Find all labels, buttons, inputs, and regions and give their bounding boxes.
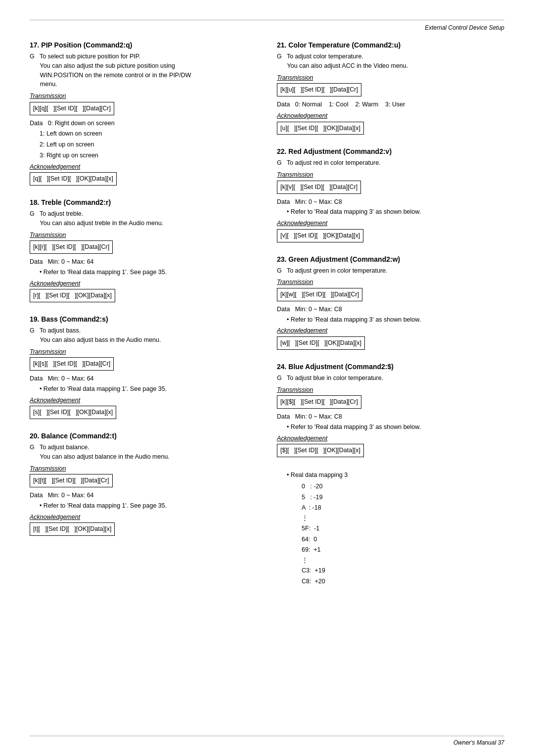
right-column: 21. Color Temperature (Command2:u) G To … — [277, 41, 504, 587]
top-rule — [30, 20, 504, 20]
section-20-transmission-label: Transmission — [30, 464, 257, 473]
section-17-ack-label: Acknowledgement — [30, 162, 257, 172]
real-data-map-3: • Real data mapping 3 0 : -20 5 : -19 A … — [287, 470, 504, 587]
section-24-ack-label: Acknowledgement — [277, 434, 504, 443]
section-20-data0: Data Min: 0 ~ Max: 64 — [30, 491, 257, 500]
map-entry-ellipsis2: ⋮ — [302, 555, 504, 566]
section-17-transmission-box: [k][q][ ][Set ID][ ][Data][Cr] — [30, 102, 114, 115]
section-18-transmission-label: Transmission — [30, 231, 257, 240]
section-19-data1: • Refer to 'Real data mapping 1'. See pa… — [40, 384, 257, 394]
map-entry-a: A : -18 — [302, 503, 504, 513]
section-23-data1: • Refer to 'Real data mapping 3' as show… — [287, 315, 504, 325]
section-21-ack-box: [u][ ][Set ID][ ][OK][Data][x] — [277, 122, 364, 135]
section-18: 18. Treble (Command2:r) G To adjust treb… — [30, 198, 257, 304]
section-24-transmission-box: [k][$][ ][Set ID][ ][Data][Cr] — [277, 395, 361, 409]
section-17-data2: 2: Left up on screen — [40, 140, 257, 149]
section-23-ack-label: Acknowledgement — [277, 326, 504, 335]
section-21-title: 21. Color Temperature (Command2:u) — [277, 41, 504, 49]
section-20-body: G To adjust balance. You can also adjust… — [30, 443, 257, 538]
section-24-title: 24. Blue Adjustment (Command2:$) — [277, 363, 504, 371]
map-entry-5: 5 : -19 — [302, 492, 504, 503]
section-20-ack-box: [t][ ][Set ID][ ][OK][Data][x] — [30, 522, 115, 536]
content-columns: 17. PIP Position (Command2:q) G To selec… — [30, 41, 504, 587]
section-22-ack-label: Acknowledgement — [277, 219, 504, 228]
section-20-desc: G To adjust balance. You can also adjust… — [30, 443, 257, 462]
section-22: 22. Red Adjustment (Command2:v) G To adj… — [277, 147, 504, 244]
section-23-body: G To adjust green in color temperature. … — [277, 266, 504, 352]
section-19: 19. Bass (Command2:s) G To adjust bass. … — [30, 315, 257, 421]
map-entry-0: 0 : -20 — [302, 481, 504, 492]
section-22-title: 22. Red Adjustment (Command2:v) — [277, 147, 504, 155]
section-19-title: 19. Bass (Command2:s) — [30, 315, 257, 323]
section-19-ack-label: Acknowledgement — [30, 396, 257, 405]
map-entry-64: 64: 0 — [302, 534, 504, 545]
bottom-rule — [30, 736, 504, 736]
section-23-transmission-label: Transmission — [277, 278, 504, 287]
map-entry-c3: C3: +19 — [302, 566, 504, 576]
section-17-desc: G To select sub picture position for PIP… — [30, 52, 257, 89]
header-title: External Control Device Setup — [30, 24, 504, 31]
section-22-transmission-box: [k][v][ ][Set ID][ ][Data][Cr] — [277, 181, 361, 194]
section-22-body: G To adjust red in color temperature. Tr… — [277, 158, 504, 244]
section-18-title: 18. Treble (Command2:r) — [30, 198, 257, 206]
section-18-data1: • Refer to 'Real data mapping 1'. See pa… — [40, 268, 257, 277]
section-17-transmission-label: Transmission — [30, 92, 257, 101]
section-22-transmission-label: Transmission — [277, 170, 504, 180]
section-23-desc: G To adjust green in color temperature. — [277, 266, 504, 276]
section-19-ack-box: [s][ ][Set ID][ ][OK][Data][x] — [30, 406, 116, 419]
section-21-transmission-label: Transmission — [277, 73, 504, 83]
section-18-ack-box: [r][ ][Set ID][ ][OK][Data][x] — [30, 289, 115, 302]
left-column: 17. PIP Position (Command2:q) G To selec… — [30, 41, 257, 587]
section-18-desc: G To adjust treble. You can also adjust … — [30, 209, 257, 228]
page: External Control Device Setup 17. PIP Po… — [0, 0, 534, 756]
section-17-data3: 3: Right up on screen — [40, 151, 257, 160]
section-17-body: G To select sub picture position for PIP… — [30, 52, 257, 188]
section-17-ack-box: [q][ ][Set ID][ ][OK][Data][x] — [30, 172, 117, 186]
section-24: 24. Blue Adjustment (Command2:$) G To ad… — [277, 363, 504, 459]
section-19-body: G To adjust bass. You can also adjust ba… — [30, 326, 257, 421]
section-24-ack-box: [$][ ][Set ID][ ][OK][Data][x] — [277, 444, 364, 457]
section-17-data0: Data 0: Right down on screen — [30, 119, 257, 128]
footer-text: Owner's Manual 37 — [453, 739, 504, 746]
section-20-transmission-box: [k][t][ ][Set ID][ ][Data][Cr] — [30, 474, 113, 487]
section-24-transmission-label: Transmission — [277, 385, 504, 395]
section-21-desc: G To adjust color temperature. You can a… — [277, 52, 504, 71]
section-18-transmission-box: [k][r][ ][Set ID][ ][Data][Cr] — [30, 240, 113, 254]
section-22-data0: Data Min: 0 ~ Max: C8 — [277, 197, 504, 207]
section-24-body: G To adjust blue in color temperature. T… — [277, 374, 504, 459]
section-24-data1: • Refer to 'Real data mapping 3' as show… — [287, 423, 504, 432]
section-22-data1: • Refer to 'Real data mapping 3' as show… — [287, 207, 504, 217]
section-19-transmission-label: Transmission — [30, 347, 257, 357]
real-data-map-entries: 0 : -20 5 : -19 A : -18 ⋮ 5F: -1 64: 0 6… — [302, 481, 504, 587]
map-entry-ellipsis1: ⋮ — [302, 513, 504, 523]
section-20-data1: • Refer to 'Real data mapping 1'. See pa… — [40, 501, 257, 511]
section-22-ack-box: [v][ ][Set ID][ ][OK][Data][x] — [277, 229, 363, 242]
section-20: 20. Balance (Command2:t) G To adjust bal… — [30, 432, 257, 538]
map-entry-c8: C8: +20 — [302, 576, 504, 587]
real-data-map-title: • Real data mapping 3 — [287, 470, 504, 480]
section-21-transmission-box: [k][u][ ][Set ID][ ][Data][Cr] — [277, 83, 361, 96]
section-24-data0: Data Min: 0 ~ Max: C8 — [277, 412, 504, 422]
section-19-desc: G To adjust bass. You can also adjust ba… — [30, 326, 257, 345]
section-23: 23. Green Adjustment (Command2:w) G To a… — [277, 255, 504, 352]
section-23-data0: Data Min: 0 ~ Max: C8 — [277, 305, 504, 314]
section-23-ack-box: [w][ ][Set ID][ ][OK][Data][x] — [277, 336, 365, 350]
section-20-title: 20. Balance (Command2:t) — [30, 432, 257, 440]
section-20-ack-label: Acknowledgement — [30, 513, 257, 522]
section-17: 17. PIP Position (Command2:q) G To selec… — [30, 41, 257, 188]
section-22-desc: G To adjust red in color temperature. — [277, 158, 504, 168]
section-18-ack-label: Acknowledgement — [30, 279, 257, 288]
section-17-data1: 1: Left down on screen — [40, 129, 257, 139]
section-23-title: 23. Green Adjustment (Command2:w) — [277, 255, 504, 263]
map-entry-69: 69: +1 — [302, 545, 504, 555]
section-21: 21. Color Temperature (Command2:u) G To … — [277, 41, 504, 137]
section-18-data0: Data Min: 0 ~ Max: 64 — [30, 257, 257, 267]
section-18-body: G To adjust treble. You can also adjust … — [30, 209, 257, 304]
section-23-transmission-box: [k][w][ ][Set ID][ ][Data][Cr] — [277, 288, 362, 301]
section-19-data0: Data Min: 0 ~ Max: 64 — [30, 374, 257, 383]
section-17-title: 17. PIP Position (Command2:q) — [30, 41, 257, 49]
section-24-desc: G To adjust blue in color temperature. — [277, 374, 504, 383]
section-21-ack-label: Acknowledgement — [277, 111, 504, 121]
section-21-body: G To adjust color temperature. You can a… — [277, 52, 504, 137]
map-entry-5f: 5F: -1 — [302, 523, 504, 534]
